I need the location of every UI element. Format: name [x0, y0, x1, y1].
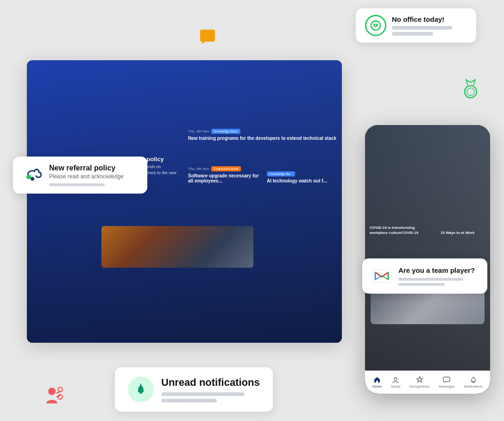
referral-line	[49, 183, 105, 186]
unread-line1	[161, 392, 245, 396]
hero-right-top-tag: Knowledge Base	[211, 129, 240, 134]
mobile-hero-images: COVID-19 is transforming workplace cultu…	[365, 190, 490, 239]
hero-right-top-title: New training programs for the developers…	[188, 136, 338, 141]
hero-right-panel: Thu, 9th Nov Knowledge Base New training…	[184, 94, 342, 187]
no-office-content: No office today!	[392, 15, 467, 36]
svg-marker-63	[416, 377, 422, 382]
gmail-icon	[372, 266, 392, 286]
mobile-bottom-recognitions[interactable]: Recognitions	[410, 376, 429, 389]
hero-bottom-left-tag: Champions Base	[211, 166, 240, 171]
status-circle-icon	[365, 15, 386, 36]
mobile-bottom-notifications-label: Notifications	[464, 384, 483, 389]
svg-rect-3	[200, 30, 215, 42]
mobile-bottom-recognitions-label: Recognitions	[410, 384, 429, 389]
medal-icon	[461, 79, 480, 99]
hero-right-bottom: Thu, 9th Nov Champions Base Software upg…	[184, 145, 342, 187]
no-office-line1	[392, 26, 452, 30]
hero-right-bottom-right: Knowledge Ba... AI technology watch out …	[263, 145, 342, 187]
card-unread-notifications: Unread notifications	[115, 367, 273, 412]
svg-point-6	[467, 88, 474, 95]
card-team-player: Are you a team player?	[362, 258, 487, 294]
svg-point-7	[26, 175, 31, 179]
hero-bottom-right-title: AI technology watch out f...	[267, 178, 338, 183]
team-player-line2	[398, 283, 445, 286]
svg-point-11	[48, 388, 56, 395]
browser-window: Spacepark Home Social Recognitions	[27, 60, 342, 343]
team-player-line1	[398, 278, 463, 281]
referral-title: New referral policy	[49, 164, 124, 172]
chat-bubble-icon	[199, 29, 216, 44]
svg-rect-66	[472, 382, 474, 383]
unread-line2	[161, 399, 217, 402]
mobile-hero-left-title: COVID-19 is transforming workplace cultu…	[370, 226, 432, 235]
mobile-content-area: News Your Stories Knowledge Base Leaderb…	[365, 154, 490, 329]
team-player-title: Are you a team player?	[398, 266, 475, 274]
mobile-bottom-home-label: Home	[372, 384, 382, 389]
referral-content: New referral policy Please read and ackn…	[49, 164, 124, 186]
svg-point-2	[377, 24, 378, 25]
spacepark-logo-referral	[22, 165, 43, 185]
mobile-bottom-social[interactable]: Social	[391, 376, 400, 389]
svg-point-0	[371, 21, 380, 30]
mobile-bottom-messages-label: Messages	[439, 384, 454, 389]
unread-title: Unread notifications	[161, 377, 260, 389]
hero-bottom-left-title: Software upgrade necessary for all emplo…	[188, 173, 259, 183]
svg-rect-9	[139, 392, 142, 394]
mobile-bottom-social-label: Social	[391, 384, 400, 389]
unread-content: Unread notifications	[161, 377, 260, 402]
person-share-icon	[42, 383, 66, 407]
notification-bell-icon	[128, 377, 154, 402]
team-player-content: Are you a team player?	[398, 266, 475, 286]
mobile-bottom-messages[interactable]: Messages	[439, 376, 454, 389]
hero-bottom-left-date: Thu, 9th Nov	[188, 167, 209, 171]
mobile-bottom-notifications[interactable]: Notifications	[464, 376, 483, 389]
svg-point-8	[31, 177, 34, 181]
svg-point-12	[58, 387, 63, 392]
svg-rect-64	[443, 377, 450, 382]
card-no-office: No office today!	[356, 8, 476, 43]
hero-right-top-date: Thu, 9th Nov	[188, 129, 209, 133]
mobile-hero-right-title: 15 Ways to at Work	[441, 231, 485, 235]
svg-point-5	[465, 86, 477, 98]
feed-post-image	[101, 226, 253, 268]
svg-line-13	[57, 391, 60, 393]
card-referral: New referral policy Please read and ackn…	[13, 157, 147, 194]
no-office-line2	[392, 32, 433, 36]
referral-subtitle: Please read and acknowledge	[49, 173, 124, 180]
mobile-bottom-bar: Home Social Recognitions Messages Notifi…	[365, 371, 490, 394]
mobile-hero-right-image: 15 Ways to at Work	[437, 190, 489, 239]
svg-marker-4	[201, 42, 206, 44]
svg-point-62	[394, 377, 397, 380]
hero-bottom-right-tag: Knowledge Ba...	[267, 171, 295, 176]
svg-point-1	[374, 24, 375, 25]
mobile-bottom-home[interactable]: Home	[372, 376, 382, 389]
no-office-title: No office today!	[392, 15, 467, 23]
